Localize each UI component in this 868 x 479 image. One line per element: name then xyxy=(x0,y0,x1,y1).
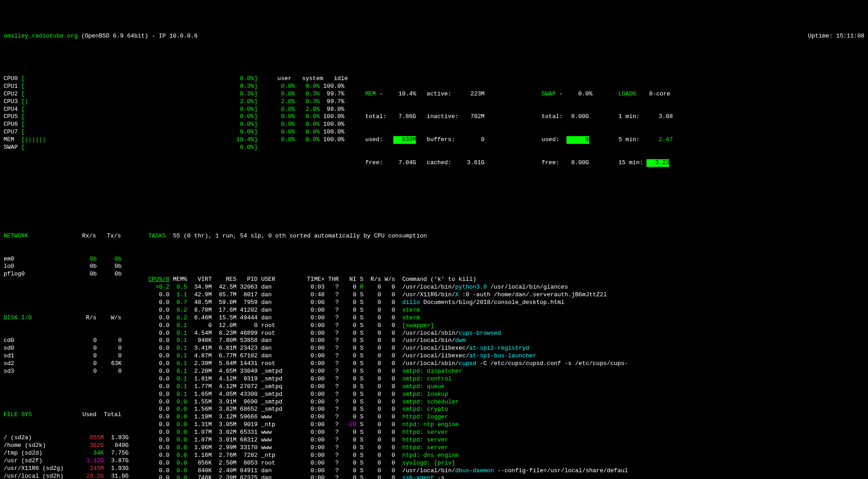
tasks-title: TASKS xyxy=(148,232,166,239)
left-sidebar: NETWORKRx/sTx/s em0 0b0blo0 0b0bpflog0 0… xyxy=(4,217,148,479)
process-row[interactable]: 0.0 0.0 1.06M 2.99M 33170 www 0:00 ? 0 S… xyxy=(148,444,864,452)
load-block: LOAD% 8-core 1 min: 3.08 5 min: 2.47 15 … xyxy=(618,75,682,182)
cpu-row: CPU0 [ 0.0%] xyxy=(4,75,270,83)
usi-row: 0.0% 0.0% 100.0% xyxy=(270,136,365,144)
network-title: NETWORK xyxy=(4,232,28,239)
process-row[interactable]: 0.0 0.0 1.55M 3.91M 9690 _smtpd 0:00 ? 0… xyxy=(148,398,864,406)
filesys-row: / (sd2a) 655M1.93G xyxy=(4,434,148,442)
swap-block: SWAP - 0.0% total: 8.00G used: 0 free: 8… xyxy=(542,75,609,182)
process-row[interactable]: 0.0 0.0 1.31M 3.05M 9019 _ntp 0:00 ? -20… xyxy=(148,421,864,429)
mem-block: MEM - 10.4% active: 223M total: 7.86G in… xyxy=(365,75,542,182)
diskio-row: sd3 00 xyxy=(4,368,148,375)
diskio-row: sd0 00 xyxy=(4,345,148,352)
process-row[interactable]: 0.0 0.0 856K 2.50M 8053 root 0:00 ? 0 S … xyxy=(148,460,864,467)
main-panel: TASKS 55 (0 thr), 1 run, 54 slp, 0 oth s… xyxy=(148,217,864,479)
filesys-row: /usr (sd2f) 3.12G3.87G xyxy=(4,457,148,465)
usi-row: 0.0% 0.0% 100.0% xyxy=(270,83,365,90)
diskio-row: sd2 063K xyxy=(4,360,148,368)
process-row[interactable]: 0.0 0.7 48.5M 59.0M 7959 dan 0:00 ? 0 S … xyxy=(148,299,864,307)
process-row[interactable]: 0.0 0.1 4.87M 6.77M 67102 dan 0:00 ? 0 S… xyxy=(148,352,864,360)
filesys-row: /usr/X11R6 (sd2g) 245M1.93G xyxy=(4,465,148,473)
process-row[interactable]: 0.0 0.1 1.77M 4.12M 27072 _smtpq 0:00 ? … xyxy=(148,383,864,391)
filesys-row: /tmp (sd2d) 34K7.75G xyxy=(4,450,148,457)
cpu-bars: CPU0 [ 0.0%]CPU1 [ 0.3%]CPU2 [ xyxy=(4,75,270,182)
process-row[interactable]: 0.0 0.1 948K 7.80M 53858 dan 0:00 ? 0 S … xyxy=(148,337,864,345)
cpu-row: CPU2 [ 0.3%] xyxy=(4,90,270,98)
cpu-row: MEM [|||||| 10.4%] xyxy=(4,136,270,144)
process-row[interactable]: 0.0 0.2 6.46M 15.5M 49444 dan 0:00 ? 0 S… xyxy=(148,314,864,322)
cpu-row: CPU5 [ 0.0%] xyxy=(4,113,270,121)
process-row[interactable]: 0.0 1.1 42.9M 85.7M 8017 dan 0:48 ? 0 S … xyxy=(148,291,864,299)
top-panel: CPU0 [ 0.0%]CPU1 [ 0.3%]CPU2 [ xyxy=(4,75,864,182)
network-row: lo0 0b0b xyxy=(4,263,148,270)
process-row[interactable]: 0.0 0.1 2.20M 4.65M 33049 _smtpd 0:00 ? … xyxy=(148,368,864,375)
usi-row: 0.0% 2.0% 98.0% xyxy=(270,106,365,114)
diskio-row: sd1 00 xyxy=(4,352,148,360)
os-info: (OpenBSD 6.9 64bit) - IP 10.0.0.6 xyxy=(81,33,198,39)
process-row[interactable]: 0.0 0.0 840K 2.40M 84911 dan 0:00 ? 0 S … xyxy=(148,467,864,475)
cpu-row: CPU4 [ 0.0%] xyxy=(4,106,270,114)
filesys-title: FILE SYS xyxy=(4,411,32,418)
uptime-value: 15:11:08 xyxy=(836,33,864,39)
diskio-title: DISK I/O xyxy=(4,314,32,321)
diskio-row: cd0 00 xyxy=(4,337,148,345)
tasks-summary: 55 (0 thr), 1 run, 54 slp, 0 oth sorted … xyxy=(173,232,427,239)
process-row[interactable]: >0.2 0.5 34.9M 42.5M 32063 dan 0:03 ? 0 … xyxy=(148,284,864,291)
cpu-row: CPU6 [ 0.0%] xyxy=(4,121,270,128)
process-row[interactable]: 0.0 0.1 3.41M 6.81M 23423 dan 0:00 ? 0 S… xyxy=(148,345,864,352)
cpu-row: SWAP [ 0.0%] xyxy=(4,144,270,152)
network-row: em0 0b0b xyxy=(4,256,148,263)
usi-row: 0.0% 0.0% 100.0% xyxy=(270,128,365,136)
process-row[interactable]: 0.0 0.1 1.81M 4.12M 9319 _smtpd 0:00 ? 0… xyxy=(148,375,864,383)
process-header: CPU%/8 MEM% VIRT RES PID USER TIME+ THR … xyxy=(148,276,864,284)
process-row[interactable]: 0.0 0.0 1.19M 3.12M 59666 www 0:00 ? 0 S… xyxy=(148,413,864,421)
uptime-label: Uptime: xyxy=(808,33,833,39)
usi-row: 0.0% 0.0% 100.0% xyxy=(270,113,365,121)
process-row[interactable]: 0.0 0.0 748K 2.39M 62375 dan 0:00 ? 0 S … xyxy=(148,474,864,479)
process-row[interactable]: 0.0 0.0 1.07M 3.02M 65331 www 0:00 ? 0 S… xyxy=(148,429,864,436)
cpu-row: CPU1 [ 0.3%] xyxy=(4,83,270,90)
header-bar: omalley.radiotube.org (OpenBSD 6.9 64bit… xyxy=(4,33,864,40)
filesys-row: /home (sd2k) 362G849G xyxy=(4,442,148,450)
filesys-row: /usr/local (sd2h) 29.2G31.0G xyxy=(4,473,148,479)
process-row[interactable]: 0.0 0.0 1.56M 3.82M 68652 _smtpd 0:00 ? … xyxy=(148,406,864,413)
process-row[interactable]: 0.0 0.1 2.39M 5.84M 14431 root 0:00 ? 0 … xyxy=(148,360,864,368)
usi-row: 0.0% 0.3% 99.7% xyxy=(270,90,365,98)
usi-row: 0.0% 0.0% 100.0% xyxy=(270,121,365,128)
network-row: pflog0 0b0b xyxy=(4,270,148,278)
process-row[interactable]: 0.0 0.0 1.07M 3.01M 68312 www 0:00 ? 0 S… xyxy=(148,436,864,444)
process-row[interactable]: 0.0 0.1 4.54M 8.23M 46899 root 0:00 ? 0 … xyxy=(148,330,864,337)
cpu-row: CPU3 [| 2.0%] xyxy=(4,98,270,106)
usi-row: 2.0% 0.3% 99.7% xyxy=(270,98,365,106)
cpu-row: CPU7 [ 0.0%] xyxy=(4,128,270,136)
process-row[interactable]: 0.0 0.0 1.16M 2.76M 7282 _ntp 0:00 ? 0 S… xyxy=(148,452,864,460)
process-row[interactable]: 0.0 0.1 1.65M 4.05M 43300 _smtpd 0:00 ? … xyxy=(148,391,864,398)
process-row[interactable]: 0.0 0.2 8.78M 17.6M 41202 dan 0:00 ? 0 S… xyxy=(148,307,864,314)
cpu-usi: user system idle 0.0% 0.0% 100.0% 0.0% 0… xyxy=(270,75,365,182)
process-row[interactable]: 0.0 0.1 0 12.0M 0 root 0:00 ? 0 S 0 0 [s… xyxy=(148,322,864,330)
hostname: omalley.radiotube.org xyxy=(4,33,78,39)
process-table[interactable]: CPU%/8 MEM% VIRT RES PID USER TIME+ THR … xyxy=(148,276,864,479)
